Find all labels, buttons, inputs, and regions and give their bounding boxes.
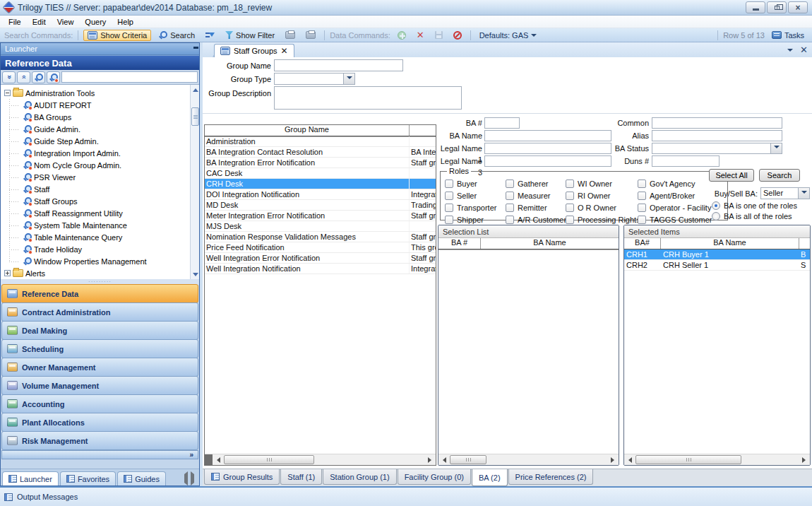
accordion-item[interactable]: Reference Data <box>1 284 198 303</box>
role-option[interactable]: Buyer <box>445 178 506 189</box>
menu-item[interactable]: File <box>3 17 27 27</box>
table-row[interactable]: BA Integration Error Notification Staff … <box>205 158 436 168</box>
tree-item[interactable]: Guide Admin. <box>1 123 190 135</box>
minimize-button[interactable] <box>746 1 765 13</box>
print-button[interactable] <box>302 30 319 40</box>
scroll-right-icon[interactable] <box>607 455 619 465</box>
role-checkbox[interactable] <box>566 192 574 200</box>
menu-item[interactable]: Help <box>112 17 139 27</box>
expand-all-button[interactable]: » <box>17 71 30 83</box>
group-description-field[interactable] <box>274 86 462 110</box>
result-tab[interactable]: Facility Group (0) <box>398 469 471 485</box>
tree-search-button[interactable] <box>32 71 45 83</box>
tab-staff-groups[interactable]: Staff Groups ✕ <box>214 44 294 57</box>
scroll-right-icon[interactable] <box>799 455 810 465</box>
ba-name-field[interactable] <box>484 130 611 141</box>
tree-item[interactable]: Staff <box>1 183 190 195</box>
menu-item[interactable]: Query <box>79 17 112 27</box>
add-row-button[interactable] <box>394 30 410 40</box>
ba-column-header[interactable]: BA # <box>438 238 481 249</box>
table-row[interactable]: Administration <box>205 136 436 147</box>
role-option[interactable]: RI Owner <box>566 190 638 201</box>
cancel-button[interactable] <box>450 30 465 40</box>
role-option[interactable]: Processing Rights <box>566 214 638 225</box>
tasks-button[interactable]: Tasks <box>768 30 808 40</box>
table-row[interactable]: CRH Desk <box>205 179 436 189</box>
table-row[interactable]: Well Integration Error Notification Staf… <box>205 253 436 264</box>
accordion-item[interactable]: Risk Management <box>1 431 198 450</box>
select-all-button[interactable]: Select All <box>709 169 754 182</box>
group-type-select[interactable] <box>274 73 355 85</box>
scroll-down-icon[interactable] <box>191 271 199 278</box>
radio-unchecked-icon[interactable] <box>712 212 720 220</box>
result-tab[interactable]: Price References (2) <box>508 469 594 485</box>
role-checkbox[interactable] <box>566 204 574 212</box>
duns-field[interactable] <box>652 155 720 167</box>
legal-name-3-field[interactable] <box>484 155 611 167</box>
hscroll-thumb[interactable] <box>635 455 741 464</box>
list-item[interactable]: CRH2 CRH Seller 1 S <box>624 260 810 271</box>
window-titlebar[interactable]: Trilogy TIES // Server: papabear\dev2014… <box>0 0 812 16</box>
accordion-overflow-button[interactable]: » <box>1 450 198 459</box>
role-checkbox[interactable] <box>506 216 514 224</box>
ba-number-field[interactable] <box>484 117 520 129</box>
delete-row-button[interactable]: ✕ <box>413 30 428 40</box>
sort-button[interactable] <box>202 30 218 40</box>
role-option[interactable]: A/R Customer <box>506 214 566 225</box>
tree-root-alerts[interactable]: Alerts <box>1 267 190 279</box>
role-checkbox[interactable] <box>445 180 453 188</box>
role-checkbox[interactable] <box>566 216 574 224</box>
scroll-left-icon[interactable] <box>213 455 224 465</box>
group-desc-column-header[interactable] <box>410 125 436 136</box>
tree-item[interactable]: Nom Cycle Group Admin. <box>1 159 190 171</box>
accordion-item[interactable]: Scheduling <box>1 339 198 358</box>
selected-items-header[interactable]: BA# BA Name <box>624 238 810 249</box>
tree-item[interactable]: Staff Groups <box>1 195 190 207</box>
scroll-left-icon[interactable] <box>624 455 635 465</box>
selection-list-header[interactable]: BA # BA Name <box>438 238 619 249</box>
list-item[interactable]: CRH1 CRH Buyer 1 B <box>624 249 810 260</box>
menu-item[interactable]: View <box>52 17 80 27</box>
table-row[interactable]: CAC Desk <box>205 168 436 179</box>
role-option[interactable]: Remitter <box>506 202 566 213</box>
ba-search-button[interactable]: Search <box>759 169 800 182</box>
search-button[interactable]: Search <box>155 30 198 40</box>
show-filter-button[interactable]: Show Filter <box>222 30 278 40</box>
scroll-right-icon[interactable] <box>424 455 436 465</box>
role-option[interactable]: Measurer <box>506 190 566 201</box>
tab-scroll-right-icon[interactable] <box>191 474 195 483</box>
collapse-toggle-icon[interactable] <box>4 90 11 96</box>
buysell-select[interactable]: Seller <box>760 187 810 199</box>
role-checkbox[interactable] <box>638 216 646 224</box>
tree-search-clear-button[interactable] <box>47 71 60 83</box>
role-checkbox[interactable] <box>445 216 453 224</box>
result-tab[interactable]: Group Results <box>204 469 280 485</box>
role-option[interactable]: WI Owner <box>566 178 638 189</box>
role-checkbox[interactable] <box>638 192 646 200</box>
launcher-tab[interactable]: Launcher <box>2 471 59 486</box>
role-checkbox[interactable] <box>566 180 574 188</box>
defaults-dropdown[interactable]: Defaults: GAS <box>476 30 541 40</box>
role-checkbox[interactable] <box>445 192 453 200</box>
ba-name-column-header[interactable]: BA Name <box>481 238 619 249</box>
table-row[interactable]: DOI Integration Notification Integration… <box>205 189 436 200</box>
launcher-tab[interactable]: Favorites <box>60 471 116 486</box>
role-checkbox[interactable] <box>638 204 646 212</box>
group-table-header[interactable]: Group Name <box>205 125 436 136</box>
ba-name-column-header[interactable]: BA Name <box>661 238 799 249</box>
role-checkbox[interactable] <box>506 204 514 212</box>
group-table-hscrollbar[interactable] <box>205 454 436 465</box>
role-option[interactable]: Transporter <box>445 202 506 213</box>
tree-item[interactable]: System Table Maintenance <box>1 219 190 231</box>
tab-strip-close-icon[interactable]: ✕ <box>800 45 808 55</box>
close-button[interactable]: × <box>788 1 808 13</box>
table-row[interactable]: Price Feed Notification This group notif… <box>205 242 436 253</box>
scroll-up-icon[interactable] <box>191 86 199 93</box>
tree-scrollbar[interactable] <box>190 85 199 279</box>
tree-item[interactable]: AUDIT REPORT <box>1 99 190 111</box>
role-option[interactable]: TAGGS Customer <box>638 214 723 225</box>
result-tab[interactable]: Staff (1) <box>280 469 322 485</box>
accordion-item[interactable]: Plant Allocations <box>1 413 198 432</box>
table-row[interactable]: Well Integration Notification Integratio… <box>205 264 436 274</box>
radio-one-of-roles[interactable]: BA is one of the roles <box>712 201 797 210</box>
